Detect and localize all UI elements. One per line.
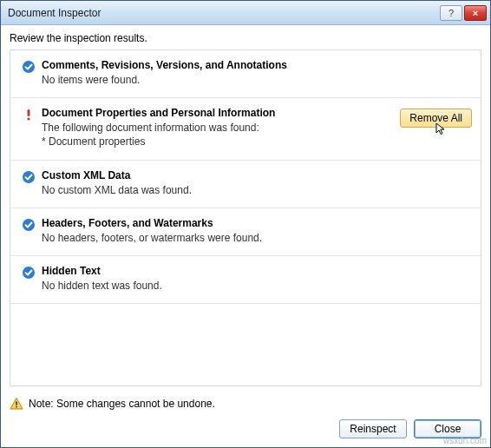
section-body: No items were found. xyxy=(42,73,472,87)
titlebar: Document Inspector ? × xyxy=(1,1,490,25)
help-button[interactable]: ? xyxy=(440,5,462,21)
section-action-col: Remove All xyxy=(391,107,472,128)
svg-point-2 xyxy=(27,118,29,121)
status-icon-col xyxy=(19,217,38,232)
button-label: Close xyxy=(435,423,462,435)
section-body: No hidden text was found. xyxy=(42,279,472,293)
section-text: Document Properties and Personal Informa… xyxy=(38,107,391,148)
section-text: Custom XML Data No custom XML data was f… xyxy=(38,169,472,197)
status-icon-col xyxy=(19,107,38,122)
window-close-button[interactable]: × xyxy=(464,5,487,21)
reinspect-button[interactable]: Reinspect xyxy=(339,419,407,438)
check-icon xyxy=(22,60,36,74)
window-title: Document Inspector xyxy=(8,7,440,19)
button-label: Remove All xyxy=(409,112,462,124)
watermark: wsxdn.com xyxy=(443,436,487,445)
svg-rect-6 xyxy=(16,402,17,405)
exclamation-icon xyxy=(22,108,36,122)
section-hidden-text: Hidden Text No hidden text was found. xyxy=(10,256,481,304)
status-icon-col xyxy=(19,59,38,74)
window-buttons: ? × xyxy=(440,5,487,21)
section-subitem: * Document properties xyxy=(42,135,391,148)
section-body: No custom XML data was found. xyxy=(42,183,472,197)
check-icon xyxy=(22,266,36,280)
remove-all-button[interactable]: Remove All xyxy=(400,109,472,128)
section-title: Custom XML Data xyxy=(42,169,472,181)
section-custom-xml: Custom XML Data No custom XML data was f… xyxy=(10,161,481,208)
warning-icon xyxy=(10,397,23,411)
svg-rect-1 xyxy=(28,109,30,116)
status-icon-col xyxy=(19,169,38,184)
close-icon: × xyxy=(473,8,478,18)
section-body: The following document information was f… xyxy=(42,121,391,135)
dialog-window: Document Inspector ? × Review the inspec… xyxy=(0,0,491,448)
section-title: Document Properties and Personal Informa… xyxy=(42,107,391,119)
section-text: Hidden Text No hidden text was found. xyxy=(38,265,472,293)
button-row: Reinspect Close xyxy=(10,419,481,438)
svg-rect-7 xyxy=(16,406,17,408)
instruction-text: Review the inspection results. xyxy=(1,25,490,49)
section-title: Headers, Footers, and Watermarks xyxy=(42,217,472,229)
section-text: Comments, Revisions, Versions, and Annot… xyxy=(38,59,472,87)
section-doc-properties: Document Properties and Personal Informa… xyxy=(10,98,481,160)
check-icon xyxy=(22,170,36,184)
note-text: Note: Some changes cannot be undone. xyxy=(29,398,215,410)
section-text: Headers, Footers, and Watermarks No head… xyxy=(38,217,472,245)
note-row: Note: Some changes cannot be undone. xyxy=(10,397,481,411)
results-panel: Comments, Revisions, Versions, and Annot… xyxy=(10,49,481,386)
help-icon: ? xyxy=(448,8,454,18)
section-title: Comments, Revisions, Versions, and Annot… xyxy=(42,59,472,71)
status-icon-col xyxy=(19,265,38,280)
section-comments: Comments, Revisions, Versions, and Annot… xyxy=(10,50,481,98)
section-body: No headers, footers, or watermarks were … xyxy=(42,231,472,245)
section-headers-footers: Headers, Footers, and Watermarks No head… xyxy=(10,208,481,256)
check-icon xyxy=(22,218,36,232)
button-label: Reinspect xyxy=(350,423,396,435)
footer: Note: Some changes cannot be undone. Rei… xyxy=(1,392,490,447)
section-title: Hidden Text xyxy=(42,265,472,277)
